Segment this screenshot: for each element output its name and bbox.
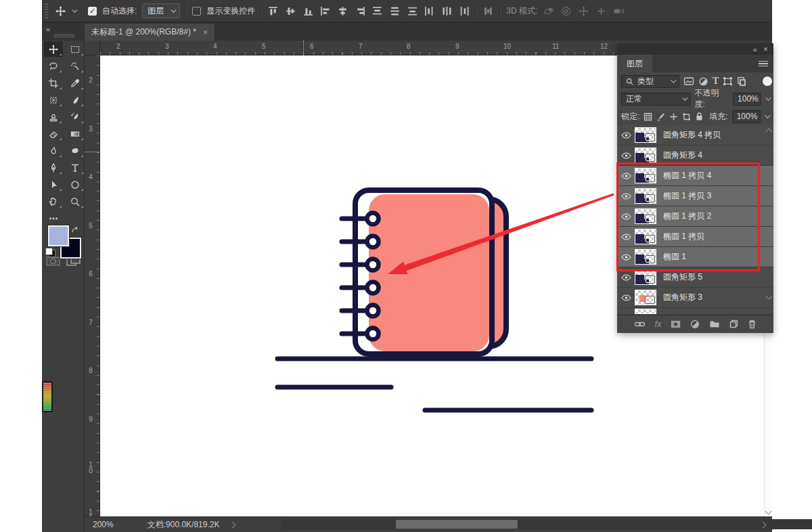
zoom-tool[interactable] [66, 194, 85, 209]
new-adjustment-layer-icon[interactable] [690, 319, 700, 329]
align-left-edges-icon[interactable] [319, 5, 331, 17]
mini-color-ramp-widget[interactable] [42, 381, 53, 412]
history-brush-tool[interactable] [66, 109, 85, 125]
smudge-tool[interactable] [44, 143, 63, 158]
crop-tool[interactable] [44, 75, 63, 91]
lock-position-icon[interactable] [669, 112, 678, 121]
fill-chevron-icon[interactable] [765, 112, 770, 118]
align-vertical-centers-icon[interactable] [285, 5, 296, 17]
quick-mask-button[interactable] [46, 256, 60, 267]
move-tool[interactable] [44, 41, 63, 57]
tool-preset-chevron-icon[interactable] [72, 7, 77, 12]
patch-tool[interactable] [44, 92, 63, 108]
lasso-tool[interactable] [44, 58, 63, 74]
new-layer-icon[interactable] [729, 319, 738, 328]
3d-pan-icon[interactable] [578, 5, 589, 17]
blend-mode-dropdown[interactable]: 正常 [621, 93, 691, 106]
new-group-folder-icon[interactable] [709, 320, 720, 328]
layer-thumbnail[interactable] [635, 148, 656, 163]
opacity-chevron-icon[interactable] [765, 95, 771, 100]
magic-wand-tool[interactable] [66, 58, 85, 74]
filter-toggle-icon[interactable] [763, 76, 772, 86]
panel-menu-icon[interactable] [759, 61, 768, 67]
show-transform-checkbox[interactable] [192, 7, 201, 16]
fill-field[interactable]: 100% [732, 110, 761, 123]
status-popup-icon[interactable] [229, 521, 236, 528]
distribute-bottom-edges-icon[interactable] [407, 5, 418, 17]
distribute-horizontal-centers-icon[interactable] [441, 5, 453, 17]
visibility-eye-icon[interactable] [617, 132, 635, 139]
horizontal-scrollbar[interactable] [281, 519, 812, 529]
close-panel-icon[interactable]: × [763, 45, 768, 54]
filter-pixel-layers-icon[interactable] [683, 76, 694, 86]
layer-thumbnail[interactable] [635, 269, 656, 285]
lock-all-icon[interactable] [695, 112, 704, 121]
filter-shape-layers-icon[interactable] [723, 76, 733, 86]
3d-slide-icon[interactable] [595, 5, 607, 17]
align-horizontal-centers-icon[interactable] [337, 5, 348, 17]
ruler-label: 12 [600, 43, 608, 50]
type-tool[interactable] [66, 160, 85, 175]
layer-thumbnail[interactable] [635, 127, 656, 143]
default-colors-icon[interactable] [45, 248, 53, 255]
clone-stamp-tool[interactable] [44, 109, 63, 125]
add-layer-mask-icon[interactable] [671, 320, 681, 328]
filter-type-layers-icon[interactable]: T [713, 76, 719, 87]
distribute-spacing-icon[interactable] [482, 5, 494, 17]
filter-smart-objects-icon[interactable] [737, 76, 746, 87]
collapse-panel-icon[interactable]: « [753, 45, 757, 53]
layer-row[interactable]: 圆角矩形 3 [617, 288, 773, 308]
swap-colors-icon[interactable] [70, 225, 80, 235]
ruler-corner[interactable] [85, 41, 100, 56]
link-layers-icon[interactable] [634, 320, 646, 328]
lock-artboard-icon[interactable] [682, 112, 691, 121]
visibility-eye-icon[interactable] [617, 294, 635, 301]
align-right-edges-icon[interactable] [355, 5, 366, 17]
brush-tool[interactable] [66, 92, 85, 108]
eyedropper-tool[interactable] [66, 75, 85, 91]
layers-panel-tab[interactable]: 图层 [617, 55, 652, 72]
collapse-dock-icon[interactable]: « [46, 25, 49, 33]
3d-roll-icon[interactable] [560, 5, 572, 17]
distribute-right-edges-icon[interactable] [459, 5, 470, 17]
divider [185, 3, 187, 18]
layer-style-fx-icon[interactable]: fx [655, 319, 661, 329]
ellipse-shape-tool[interactable] [66, 177, 85, 192]
auto-select-target-dropdown[interactable]: 图层 [142, 3, 180, 18]
document-tab[interactable]: 未标题-1 @ 200%(RGB/8#) * × [85, 24, 215, 41]
horizontal-scrollbar-thumb[interactable] [396, 520, 518, 529]
document-tab-close-icon[interactable]: × [203, 28, 208, 37]
tools-dock-grip[interactable] [54, 34, 74, 38]
options-bar-grip[interactable] [45, 3, 48, 18]
pen-tool[interactable] [44, 160, 63, 175]
filter-adjustment-layers-icon[interactable] [698, 76, 708, 87]
distribute-top-edges-icon[interactable] [371, 5, 383, 17]
layer-row-partial[interactable] [617, 308, 773, 315]
auto-select-checkbox[interactable]: ✓ [88, 7, 97, 16]
path-selection-tool[interactable] [44, 177, 63, 192]
visibility-eye-icon[interactable] [617, 152, 635, 159]
sponge-tool[interactable] [66, 143, 85, 158]
visibility-eye-icon[interactable] [617, 274, 635, 281]
filter-type-dropdown[interactable]: 类型 [621, 75, 679, 88]
edit-toolbar-icon[interactable] [44, 210, 63, 226]
layer-thumbnail[interactable] [635, 290, 656, 305]
gradient-tool[interactable] [66, 126, 85, 141]
zoom-level-field[interactable]: 200% [85, 520, 122, 529]
delete-layer-trash-icon[interactable] [748, 319, 757, 329]
3d-camera-icon[interactable] [613, 5, 625, 17]
distribute-vertical-centers-icon[interactable] [389, 5, 401, 17]
foreground-color-swatch[interactable] [48, 225, 69, 246]
hand-tool[interactable] [44, 194, 63, 209]
distribute-left-edges-icon[interactable] [424, 5, 435, 17]
3d-orbit-icon[interactable] [543, 5, 554, 17]
rectangular-marquee-tool[interactable] [66, 41, 85, 57]
align-bottom-edges-icon[interactable] [302, 5, 314, 17]
lock-transparent-icon[interactable] [644, 112, 652, 121]
opacity-field[interactable]: 100% [733, 93, 761, 106]
layer-row[interactable]: 圆角矩形 4 拷贝 [617, 125, 773, 146]
align-top-edges-icon[interactable] [267, 5, 279, 17]
scroll-down-icon[interactable] [765, 508, 772, 515]
lock-pixels-icon[interactable] [656, 112, 665, 121]
eraser-tool[interactable] [44, 126, 63, 141]
